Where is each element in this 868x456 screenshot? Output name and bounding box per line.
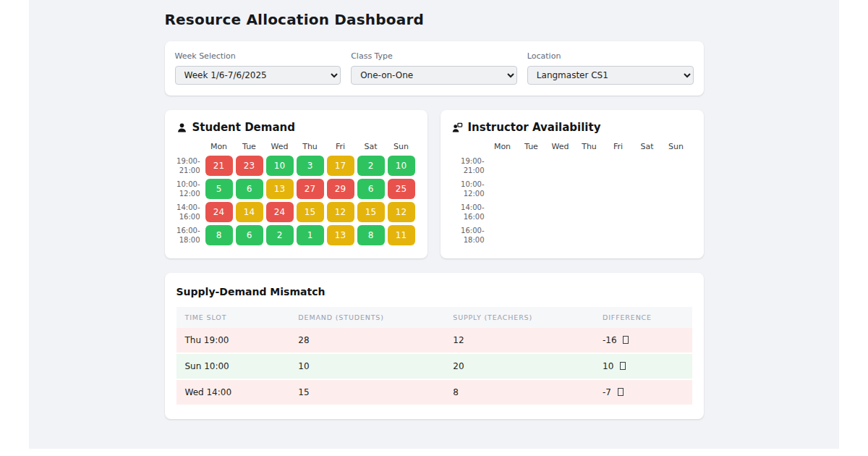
- mismatch-table-body: Thu 19:002812-16 Sun 10:00102010 Wed 14:…: [176, 328, 692, 405]
- day-header: Tue: [236, 141, 263, 153]
- demand-cell: 1: [297, 225, 324, 245]
- empty-cell: [576, 225, 603, 245]
- empty-cell: [634, 179, 660, 199]
- grid-corner: [176, 141, 203, 153]
- location-label: Location: [527, 51, 694, 61]
- supply-value-cell: 8: [444, 379, 594, 405]
- empty-cell: [663, 202, 689, 222]
- mismatch-table: Time Slot Demand (Students) Supply (Teac…: [176, 307, 692, 406]
- day-header: Wed: [548, 141, 574, 153]
- demand-cell: 6: [236, 179, 263, 199]
- page-title: Resource Allocation Dashboard: [165, 11, 704, 28]
- day-header: Fri: [605, 141, 631, 153]
- day-header: Wed: [266, 141, 294, 153]
- empty-cell: [576, 202, 603, 222]
- demand-heatmap: MonTueWedThuFriSatSun19:00-21:0021231031…: [176, 141, 416, 245]
- time-slot-label: 14:00-16:00: [452, 203, 487, 222]
- time-slot-label: 10:00-12:00: [452, 180, 487, 199]
- mismatch-row: Sun 10:00102010: [176, 353, 692, 379]
- demand-cell: 10: [388, 156, 415, 176]
- student-demand-header: Student Demand: [176, 121, 416, 134]
- empty-cell: [605, 225, 631, 245]
- empty-cell: [519, 179, 545, 199]
- col-difference: Difference: [594, 307, 692, 328]
- empty-cell: [519, 202, 545, 222]
- empty-cell: [605, 179, 631, 199]
- availability-grid: MonTueWedThuFriSatSun19:00-21:0010:00-12…: [452, 141, 692, 245]
- empty-cell: [634, 225, 660, 245]
- mismatch-row: Wed 14:00158-7: [176, 379, 692, 405]
- demand-cell: 15: [297, 202, 324, 222]
- demand-cell: 24: [205, 202, 233, 222]
- demand-cell: 15: [357, 202, 385, 222]
- empty-cell: [548, 179, 574, 199]
- mismatch-card: Supply-Demand Mismatch Time Slot Demand …: [165, 273, 704, 419]
- empty-cell: [548, 156, 574, 176]
- demand-value-cell: 10: [289, 353, 444, 379]
- time-slot-cell: Sun 10:00: [176, 353, 290, 379]
- demand-cell: 12: [327, 202, 354, 222]
- time-slot-label: 19:00-21:00: [452, 156, 487, 176]
- day-header: Thu: [576, 141, 603, 153]
- time-slot-label: 19:00-21:00: [176, 156, 203, 176]
- empty-cell: [490, 225, 516, 245]
- filter-week-selection: Week Selection Week 1/6-7/6/2025: [175, 51, 341, 85]
- instructor-icon: [452, 122, 463, 133]
- supply-value-cell: 20: [444, 353, 594, 379]
- missing-glyph-icon: [620, 362, 626, 370]
- location-select[interactable]: Langmaster CS1: [527, 66, 694, 85]
- demand-cell: 2: [266, 225, 294, 245]
- mismatch-title: Supply-Demand Mismatch: [176, 286, 692, 297]
- demand-cell: 27: [297, 179, 324, 199]
- filters-card: Week Selection Week 1/6-7/6/2025 Class T…: [165, 41, 704, 96]
- class-type-select[interactable]: One-on-One: [351, 66, 517, 85]
- demand-cell: 11: [388, 225, 415, 245]
- time-slot-cell: Thu 19:00: [176, 328, 290, 353]
- day-header: Sun: [663, 141, 689, 153]
- empty-cell: [634, 156, 660, 176]
- week-selection-select[interactable]: Week 1/6-7/6/2025: [175, 66, 341, 85]
- student-icon: [176, 122, 187, 133]
- empty-cell: [576, 156, 603, 176]
- demand-cell: 24: [266, 202, 294, 222]
- demand-cell: 21: [205, 156, 233, 176]
- demand-cell: 6: [236, 225, 263, 245]
- col-time-slot: Time Slot: [176, 307, 290, 328]
- demand-value-cell: 15: [289, 379, 444, 405]
- time-slot-label: 14:00-16:00: [176, 203, 203, 222]
- empty-cell: [490, 202, 516, 222]
- demand-cell: 3: [297, 156, 324, 176]
- day-header: Mon: [490, 141, 516, 153]
- demand-cell: 5: [205, 179, 233, 199]
- demand-cell: 12: [388, 202, 415, 222]
- demand-cell: 29: [327, 179, 354, 199]
- difference-cell: -7: [594, 379, 692, 405]
- empty-cell: [663, 156, 689, 176]
- difference-cell: 10: [594, 353, 692, 379]
- day-header: Sat: [357, 141, 385, 153]
- empty-cell: [519, 225, 545, 245]
- empty-cell: [490, 179, 516, 199]
- demand-cell: 2: [357, 156, 385, 176]
- cards-row: Student Demand MonTueWedThuFriSatSun19:0…: [165, 110, 704, 258]
- difference-cell: -16: [594, 328, 692, 353]
- col-demand: Demand (Students): [289, 307, 444, 328]
- demand-cell: 14: [236, 202, 263, 222]
- demand-cell: 8: [357, 225, 385, 245]
- filter-location: Location Langmaster CS1: [527, 51, 694, 85]
- day-header: Mon: [205, 141, 233, 153]
- main-content: Resource Allocation Dashboard Week Selec…: [165, 0, 704, 419]
- day-header: Tue: [519, 141, 545, 153]
- week-selection-label: Week Selection: [175, 51, 341, 61]
- class-type-label: Class Type: [351, 51, 517, 61]
- demand-cell: 6: [357, 179, 385, 199]
- demand-cell: 23: [236, 156, 263, 176]
- demand-value-cell: 28: [289, 328, 444, 353]
- day-header: Fri: [327, 141, 354, 153]
- empty-cell: [519, 156, 545, 176]
- demand-cell: 8: [205, 225, 233, 245]
- grid-corner: [452, 141, 487, 153]
- filter-class-type: Class Type One-on-One: [351, 51, 517, 85]
- demand-cell: 25: [388, 179, 415, 199]
- day-header: Thu: [297, 141, 324, 153]
